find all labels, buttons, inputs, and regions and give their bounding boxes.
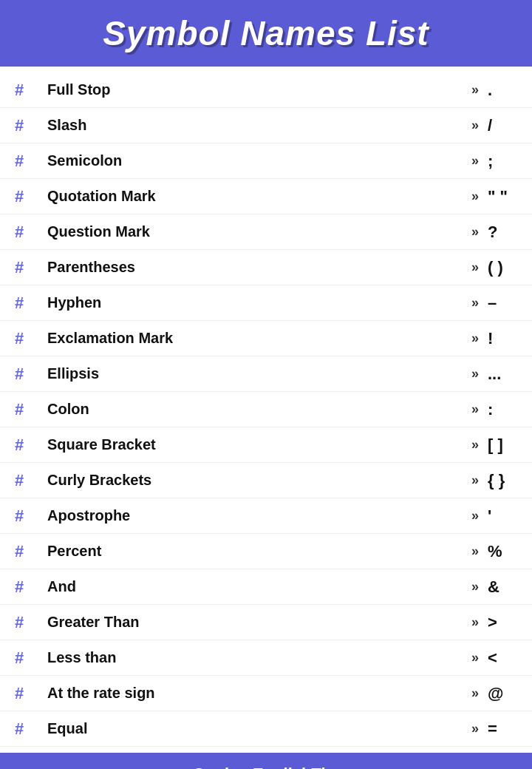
item-name: Greater Than xyxy=(47,614,471,631)
list-item: #Greater Than»> xyxy=(0,605,532,640)
list-item: #Parentheses»( ) xyxy=(0,250,532,285)
symbol-value: ? xyxy=(488,223,517,242)
symbol-value: ; xyxy=(488,152,517,171)
arrow-icon: » xyxy=(471,437,479,453)
hash-icon: # xyxy=(15,577,41,597)
hash-icon: # xyxy=(15,116,41,135)
symbol-value: " " xyxy=(488,187,517,206)
symbol-value: ( ) xyxy=(488,258,517,277)
item-name: Question Mark xyxy=(47,223,471,240)
hash-icon: # xyxy=(15,436,41,455)
arrow-icon: » xyxy=(471,331,479,346)
list-item: #Exclamation Mark»! xyxy=(0,321,532,356)
arrow-icon: » xyxy=(471,366,479,382)
item-name: Percent xyxy=(47,543,471,560)
hash-icon: # xyxy=(15,542,41,561)
symbol-value: – xyxy=(488,294,517,313)
hash-icon: # xyxy=(15,471,41,490)
hash-icon: # xyxy=(15,613,41,632)
symbol-value: & xyxy=(488,577,517,597)
arrow-icon: » xyxy=(471,650,479,665)
arrow-icon: » xyxy=(471,189,479,204)
item-name: Quotation Mark xyxy=(47,188,471,205)
hash-icon: # xyxy=(15,400,41,419)
list-item: #Curly Brackets»{ } xyxy=(0,463,532,498)
item-name: Colon xyxy=(47,401,471,418)
item-name: Exclamation Mark xyxy=(47,330,471,347)
hash-icon: # xyxy=(15,258,41,277)
item-name: Apostrophe xyxy=(47,507,471,524)
arrow-icon: » xyxy=(471,402,479,417)
item-name: Square Bracket xyxy=(47,436,471,453)
list-item: #Equal»= xyxy=(0,711,532,747)
arrow-icon: » xyxy=(471,153,479,169)
item-name: Slash xyxy=(47,117,471,134)
symbol-value: / xyxy=(488,116,517,135)
item-name: At the rate sign xyxy=(47,685,471,702)
hash-icon: # xyxy=(15,365,41,384)
page-footer: www.SpokenEnglishTips.com xyxy=(0,753,532,769)
list-item: #Semicolon»; xyxy=(0,143,532,179)
arrow-icon: » xyxy=(471,295,479,311)
symbol-list: #Full Stop».#Slash»/#Semicolon»;#Quotati… xyxy=(0,67,532,753)
symbol-value: = xyxy=(488,719,517,739)
hash-icon: # xyxy=(15,187,41,206)
website-link[interactable]: www.SpokenEnglishTips.com xyxy=(151,765,381,769)
item-name: Ellipsis xyxy=(47,365,471,382)
item-name: Semicolon xyxy=(47,152,471,169)
page-title: Symbol Names List xyxy=(18,13,514,53)
symbol-value: ! xyxy=(488,329,517,348)
list-item: #Slash»/ xyxy=(0,108,532,143)
list-item: #At the rate sign»@ xyxy=(0,676,532,711)
list-item: #Ellipsis»... xyxy=(0,356,532,392)
list-item: #Quotation Mark»" " xyxy=(0,179,532,214)
item-name: Parentheses xyxy=(47,259,471,276)
hash-icon: # xyxy=(15,294,41,313)
item-name: Less than xyxy=(47,649,471,666)
arrow-icon: » xyxy=(471,543,479,559)
list-item: #Full Stop». xyxy=(0,72,532,108)
symbol-value: . xyxy=(488,81,517,100)
list-item: #Square Bracket»[ ] xyxy=(0,427,532,463)
arrow-icon: » xyxy=(471,260,479,275)
hash-icon: # xyxy=(15,507,41,526)
list-item: #Colon»: xyxy=(0,392,532,427)
symbol-value: @ xyxy=(488,684,517,703)
list-item: #Percent»% xyxy=(0,534,532,569)
arrow-icon: » xyxy=(471,472,479,488)
list-item: #And»& xyxy=(0,569,532,605)
hash-icon: # xyxy=(15,329,41,348)
hash-icon: # xyxy=(15,648,41,668)
arrow-icon: » xyxy=(471,118,479,133)
hash-icon: # xyxy=(15,152,41,171)
symbol-value: % xyxy=(488,542,517,561)
arrow-icon: » xyxy=(471,685,479,701)
symbol-value: : xyxy=(488,400,517,419)
symbol-value: > xyxy=(488,613,517,632)
list-item: #Apostrophe»' xyxy=(0,498,532,534)
hash-icon: # xyxy=(15,719,41,739)
list-item: #Hyphen»– xyxy=(0,285,532,321)
item-name: Full Stop xyxy=(47,81,471,98)
arrow-icon: » xyxy=(471,721,479,736)
symbol-value: [ ] xyxy=(488,436,517,455)
arrow-icon: » xyxy=(471,508,479,524)
symbol-value: ... xyxy=(488,365,517,384)
symbol-value: < xyxy=(488,648,517,668)
arrow-icon: » xyxy=(471,224,479,240)
arrow-icon: » xyxy=(471,614,479,630)
symbol-value: { } xyxy=(488,471,517,490)
list-item: #Less than»< xyxy=(0,640,532,676)
item-name: Curly Brackets xyxy=(47,472,471,489)
arrow-icon: » xyxy=(471,579,479,594)
page-header: Symbol Names List xyxy=(0,0,532,67)
symbol-value: ' xyxy=(488,507,517,526)
item-name: Hyphen xyxy=(47,294,471,311)
hash-icon: # xyxy=(15,81,41,100)
hash-icon: # xyxy=(15,684,41,703)
list-item: #Question Mark»? xyxy=(0,214,532,250)
arrow-icon: » xyxy=(471,82,479,98)
item-name: And xyxy=(47,578,471,595)
item-name: Equal xyxy=(47,720,471,737)
hash-icon: # xyxy=(15,223,41,242)
